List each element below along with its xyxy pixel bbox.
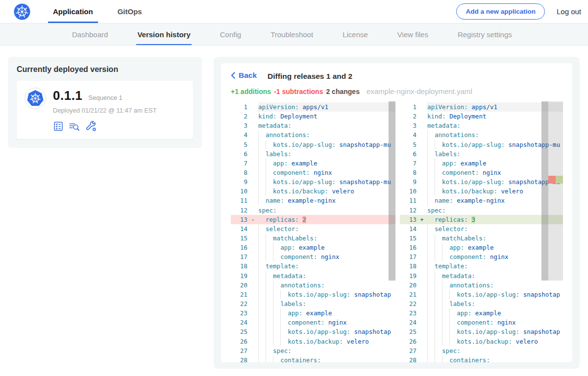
code-line-23: 23app: example — [231, 308, 395, 318]
indent-guide — [258, 168, 266, 177]
code-line-27: 27spec: — [400, 346, 563, 355]
indent-guide — [266, 281, 273, 290]
code-text: replicas: 2 — [258, 215, 395, 224]
subnav-item-license[interactable]: License — [342, 24, 369, 45]
line-number: 23 — [400, 308, 416, 318]
diff-sign — [247, 187, 258, 196]
diff-sign — [247, 140, 258, 149]
diff-sign: - — [247, 215, 258, 224]
indent-guide — [435, 318, 442, 327]
code-line-2: 2kind: Deployment — [400, 112, 563, 121]
code-line-24: 24component: nginx — [400, 318, 563, 327]
scrollbar-thumb-modified[interactable] — [541, 101, 548, 281]
logout-link[interactable]: Log out — [557, 7, 581, 16]
indent-guide — [266, 187, 273, 196]
diff-sign — [416, 224, 427, 234]
line-number: 24 — [400, 318, 416, 327]
currently-deployed-card: Currently deployed version — [8, 57, 202, 148]
diff-editor-modified[interactable]: 1apiVersion: apps/v12kind: Deployment3me… — [400, 101, 563, 362]
code-text: kots.io/app-slug: snapshotap — [258, 327, 395, 336]
code-text: name: example-nginx — [258, 196, 395, 205]
diff-sign — [247, 243, 258, 252]
indent-guide — [442, 318, 449, 327]
add-application-button[interactable]: Add a new application — [456, 3, 545, 20]
code-text: spec: — [258, 206, 395, 215]
code-line-7: 7app: example — [231, 159, 395, 168]
app-logo[interactable] — [14, 0, 30, 23]
subnav-item-view-files[interactable]: View files — [396, 24, 429, 45]
code-text: spec: — [427, 346, 563, 355]
diff-card: Back Diffing releases 1 and 2 +1 additio… — [214, 57, 580, 369]
indent-guide — [427, 187, 435, 196]
code-line-16: 16app: example — [231, 243, 395, 252]
indent-guide — [442, 299, 449, 308]
indent-guide — [258, 271, 266, 281]
top-nav: ApplicationGitOps Add a new application … — [0, 0, 588, 24]
code-line-28: 28containers: — [231, 355, 395, 362]
diff-editor-original[interactable]: 1apiVersion: apps/v12kind: Deployment3me… — [231, 101, 395, 362]
line-number: 16 — [231, 243, 247, 252]
code-text: kots.io/backup: velero — [258, 337, 395, 346]
indent-guide — [266, 159, 273, 168]
indent-guide — [280, 318, 288, 327]
preflight-checklist-icon[interactable] — [53, 121, 64, 132]
line-number: 4 — [231, 130, 247, 140]
subnav-item-registry-settings[interactable]: Registry settings — [457, 24, 513, 45]
line-number: 26 — [231, 337, 247, 346]
code-text: annotations: — [427, 281, 563, 290]
indent-guide — [435, 177, 442, 187]
code-line-17: 17component: nginx — [400, 252, 563, 261]
line-number: 21 — [400, 290, 416, 299]
top-nav-tab-gitops[interactable]: GitOps — [113, 0, 147, 23]
indent-guide — [435, 271, 442, 281]
indent-guide — [427, 196, 435, 205]
diff-sign — [416, 177, 427, 187]
indent-guide — [427, 177, 435, 187]
code-line-7: 7app: example — [400, 159, 563, 168]
diff-sign — [416, 149, 427, 159]
view-logs-icon[interactable] — [69, 121, 80, 132]
diff-panel: Back Diffing releases 1 and 2 +1 additio… — [221, 63, 572, 362]
diff-sign — [416, 327, 427, 336]
subnav-item-config[interactable]: Config — [219, 24, 242, 45]
indent-guide — [266, 234, 273, 243]
indent-guide — [266, 140, 273, 149]
code-text: kots.io/app-slug: snapshotapp-mu — [258, 140, 395, 149]
subnav-item-version-history[interactable]: Version history — [136, 24, 191, 45]
kubernetes-app-icon — [24, 88, 46, 109]
line-number: 9 — [400, 177, 416, 187]
line-number: 12 — [400, 206, 416, 215]
code-text: app: example — [258, 308, 395, 318]
code-text: kots.io/backup: velero — [258, 187, 395, 196]
code-line-19: 19metadata: — [400, 271, 563, 281]
scrollbar-thumb-original[interactable] — [389, 101, 395, 281]
indent-guide — [273, 318, 280, 327]
code-line-6: 6labels: — [231, 149, 395, 159]
version-actions — [53, 120, 157, 132]
diff-sign — [247, 121, 258, 130]
edit-config-icon[interactable] — [85, 120, 97, 132]
indent-guide — [266, 346, 273, 355]
indent-guide — [449, 327, 457, 336]
top-nav-tab-application[interactable]: Application — [48, 0, 98, 23]
code-line-6: 6labels: — [400, 149, 563, 159]
code-text: matchLabels: — [258, 234, 395, 243]
line-number: 5 — [400, 140, 416, 149]
line-number: 1 — [231, 102, 247, 112]
indent-guide — [427, 224, 435, 234]
back-link[interactable]: Back — [231, 71, 257, 80]
code-line-16: 16app: example — [400, 243, 563, 252]
indent-guide — [427, 159, 435, 168]
diff-sign — [416, 252, 427, 261]
indent-guide — [258, 177, 266, 187]
subnav-item-dashboard[interactable]: Dashboard — [71, 24, 109, 45]
indent-guide — [427, 271, 435, 281]
diff-title: Diffing releases 1 and 2 — [268, 72, 352, 81]
diff-sign — [247, 271, 258, 281]
subnav-item-troubleshoot[interactable]: Troubleshoot — [270, 24, 314, 45]
code-line-18: 18template: — [400, 261, 563, 271]
code-line-22: 22labels: — [231, 299, 395, 308]
code-line-12: 12spec: — [400, 206, 563, 215]
diff-sign — [416, 355, 427, 362]
indent-guide — [258, 299, 266, 308]
